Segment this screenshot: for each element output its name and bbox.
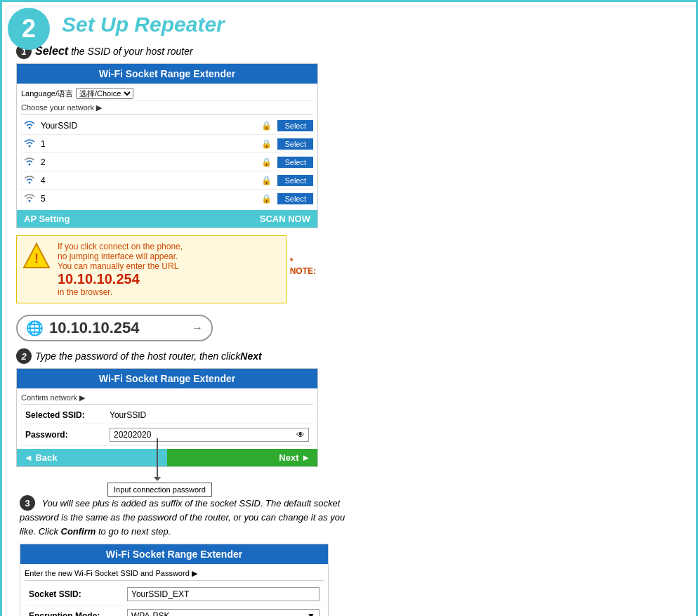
wifi-box-header-2: Wi-Fi Socket Range Extender <box>17 369 317 388</box>
lock-icon-2: 🔒 <box>261 157 272 167</box>
network-row-3: 4 🔒 Select <box>21 171 313 190</box>
warning-triangle-icon: ! <box>22 242 51 270</box>
network-row-2: 2 🔒 Select <box>21 153 313 171</box>
select-btn-0[interactable]: Select <box>277 120 313 131</box>
note-ip: 10.10.10.254 <box>58 271 183 287</box>
enc-mode-label: Encryption Mode: <box>29 611 127 616</box>
socket-ssid-value: YourSSID_EXT <box>131 589 189 599</box>
confirm-network-label: Confirm network ▶ <box>21 391 313 405</box>
scan-now-btn[interactable]: SCAN NOW <box>167 210 317 228</box>
wifi-signal-icon-4 <box>21 192 38 205</box>
ap-setting-btn[interactable]: AP Setting <box>17 210 167 228</box>
network-name-3: 4 <box>38 176 261 185</box>
lock-icon-1: 🔒 <box>261 139 272 149</box>
wifi-signal-icon-3 <box>21 173 38 187</box>
network-row-0: YourSSID 🔒 Select <box>21 117 313 135</box>
enc-mode-value: WPA-PSK <box>131 611 169 616</box>
url-text: 10.10.10.254 <box>49 319 192 337</box>
page-title: Set Up Repeater <box>62 13 689 37</box>
step2-label: 2 Type the password of the host router, … <box>16 348 339 364</box>
enc-dropdown-arrow: ▼ <box>307 611 315 616</box>
network-subheader: Choose your network ▶ <box>21 101 313 114</box>
step2-next-bold: Next <box>240 350 261 362</box>
socket-ssid-input[interactable]: YourSSID_EXT <box>127 587 320 601</box>
network-name-4: 5 <box>38 194 261 204</box>
password-row: Password: 20202020 <box>21 424 313 446</box>
language-row: Language/语言 选择/Choice <box>21 86 313 101</box>
password-value: 20202020 <box>114 430 151 440</box>
url-input-box[interactable]: 🌐 10.10.10.254 → <box>16 315 213 341</box>
wifi-box-step1: Wi-Fi Socket Range Extender Language/语言 … <box>16 63 318 228</box>
enter-ssid-label: Enter the new Wi-Fi Socket SSID and Pass… <box>25 567 324 581</box>
wifi-signal-icon-2 <box>21 155 38 169</box>
wifi-box-header-3a: Wi-Fi Socket Range Extender <box>20 544 328 564</box>
ssid-row: Selected SSID: YourSSID <box>21 407 313 424</box>
form-footer: ◄ Back Next ► <box>17 449 317 466</box>
step-number-badge: 2 <box>8 8 50 50</box>
wifi-box-header-1: Wi-Fi Socket Range Extender <box>17 64 317 84</box>
network-name-2: 2 <box>38 157 261 167</box>
svg-point-1 <box>29 145 31 148</box>
wifi-box-step3a: Wi-Fi Socket Range Extender Enter the ne… <box>20 544 329 616</box>
note-text3: You can manually enter the URL <box>58 261 183 271</box>
note-text1: If you click connect on the phone, <box>58 242 183 251</box>
step3-circle: 3 <box>20 495 35 511</box>
ssid-value: YourSSID <box>110 410 309 420</box>
wifi-box-step2: Wi-Fi Socket Range Extender Confirm netw… <box>16 368 318 467</box>
svg-point-3 <box>29 182 31 184</box>
password-section: Wi-Fi Socket Range Extender Confirm netw… <box>16 368 339 467</box>
password-label: Password: <box>25 430 110 440</box>
back-btn[interactable]: ◄ Back <box>17 449 167 466</box>
globe-icon: 🌐 <box>26 320 44 336</box>
lang-label: Language/语言 <box>21 89 73 99</box>
socket-ssid-row: Socket SSID: YourSSID_EXT <box>25 584 324 605</box>
enc-mode-select[interactable]: WPA-PSK ▼ <box>127 609 320 616</box>
wifi-signal-icon-0 <box>21 119 38 132</box>
select-btn-1[interactable]: Select <box>277 138 313 150</box>
svg-text:!: ! <box>34 251 39 266</box>
step1-label: 1 Select the SSID of your host router <box>16 44 339 59</box>
network-row-4: 5 🔒 Select <box>21 190 313 207</box>
lang-select[interactable]: 选择/Choice <box>76 88 133 99</box>
step1-rest: the SSID of your host router <box>71 46 193 57</box>
select-btn-3[interactable]: Select <box>277 175 313 186</box>
step1-bold: Select <box>35 45 68 58</box>
svg-point-2 <box>29 164 31 166</box>
wifi-signal-icon-1 <box>21 137 38 150</box>
lock-icon-3: 🔒 <box>261 176 272 185</box>
note-label: * NOTE: <box>290 256 318 276</box>
svg-point-0 <box>29 127 31 129</box>
input-callout-box: Input connection password <box>107 483 212 497</box>
eye-icon[interactable] <box>296 430 305 440</box>
password-input[interactable]: 20202020 <box>110 428 309 442</box>
url-go-arrow[interactable]: → <box>192 322 203 334</box>
wifi-box-footer-1: AP Setting SCAN NOW <box>17 210 317 228</box>
network-name-0: YourSSID <box>38 121 261 131</box>
socket-ssid-label: Socket SSID: <box>29 589 127 599</box>
note-text4: in the browser. <box>58 287 183 297</box>
note-text2: no jumping interface will appear. <box>58 251 183 261</box>
step3-text: You will see plus is added as suffix of … <box>20 498 345 537</box>
network-name-1: 1 <box>38 139 261 149</box>
select-btn-2[interactable]: Select <box>277 157 313 168</box>
note-box: ! If you click connect on the phone, no … <box>16 235 287 303</box>
svg-point-4 <box>29 200 31 202</box>
lock-icon-0: 🔒 <box>261 121 272 131</box>
step3-intro: 3 You will see plus is added as suffix o… <box>20 495 360 538</box>
step2-text: Type the password of the host router, th… <box>35 350 240 362</box>
enc-mode-row: Encryption Mode: WPA-PSK ▼ <box>25 605 324 616</box>
ssid-label: Selected SSID: <box>25 410 110 420</box>
network-row-1: 1 🔒 Select <box>21 135 313 153</box>
lock-icon-4: 🔒 <box>261 194 272 204</box>
next-btn[interactable]: Next ► <box>167 449 317 466</box>
select-btn-4[interactable]: Select <box>277 193 313 204</box>
step2-circle: 2 <box>16 348 32 364</box>
callout-arrow-line <box>157 438 158 477</box>
